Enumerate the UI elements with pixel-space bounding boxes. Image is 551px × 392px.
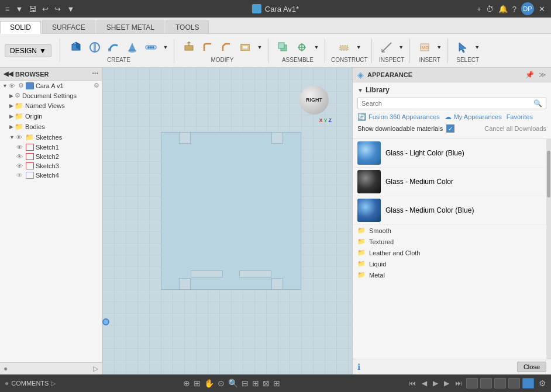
browser-item-sketch4[interactable]: 👁 Sketch4 [0, 171, 102, 180]
tab-surface[interactable]: SURFACE [42, 20, 95, 33]
close-button[interactable]: Close [517, 362, 546, 372]
app-menu-arrow[interactable]: ▼ [14, 4, 25, 15]
category-metal[interactable]: 📁 Metal [353, 269, 551, 280]
move-icon[interactable]: ⊕ [183, 379, 190, 388]
create-revolve-btn[interactable] [86, 39, 104, 56]
item-settings-icon[interactable]: ⚙ [94, 82, 99, 89]
redo-icon[interactable]: ↪ [53, 4, 63, 15]
history-arrow[interactable]: ▼ [65, 4, 76, 15]
download-checkbox[interactable]: ✓ [446, 124, 454, 133]
eye-icon[interactable]: 👁 [9, 82, 17, 89]
create-loft-btn[interactable] [123, 39, 141, 56]
construct-arrow-btn[interactable]: ▼ [354, 39, 363, 56]
timer-icon[interactable]: ⏱ [486, 5, 494, 13]
grid-display-icon[interactable]: ⊞ [252, 379, 259, 388]
modify-arrow-btn[interactable]: ▼ [255, 39, 264, 56]
zoom-icon[interactable]: 🔍 [228, 379, 238, 388]
my-appearances-tab[interactable]: ☁ My Appearances [445, 113, 502, 121]
panel-expand-icon[interactable]: ≫ [539, 71, 546, 79]
nav-next-btn[interactable]: ▶ [442, 378, 451, 388]
browser-item-sketches[interactable]: ▼ 👁 📁 Sketches [0, 132, 102, 143]
insert-arrow-btn[interactable]: ▼ [435, 39, 444, 56]
browser-item-sketch1[interactable]: 👁 Sketch1 [0, 143, 102, 152]
browser-item-origin[interactable]: ▶ 📁 Origin [0, 111, 102, 122]
browser-item-docsettings[interactable]: ▶ ⚙ Document Settings [0, 91, 102, 100]
eye-icon6[interactable]: 👁 [16, 172, 25, 179]
browser-expand-icon[interactable]: ▷ [93, 365, 98, 373]
search-input[interactable] [361, 100, 531, 107]
create-arrow-btn[interactable]: ▼ [161, 39, 170, 56]
close-button[interactable]: ✕ [539, 5, 545, 13]
view-icon[interactable]: ⊠ [263, 379, 270, 388]
tab-tools[interactable]: TOOLS [166, 20, 209, 33]
undo-icon[interactable]: ↩ [40, 4, 50, 15]
select-btn[interactable] [454, 39, 471, 56]
tab-solid[interactable]: SOLID [0, 21, 41, 34]
nav-prev-btn[interactable]: ◀ [420, 378, 429, 388]
inspect-arrow-btn[interactable]: ▼ [397, 39, 406, 56]
library-section-header[interactable]: ▼ Library [357, 86, 546, 94]
mini-btn-1[interactable] [466, 378, 478, 388]
mini-btn-4[interactable] [508, 378, 520, 388]
favorites-tab[interactable]: Favorites [507, 113, 533, 120]
gear-icon[interactable]: ⚙ [18, 82, 24, 89]
create-more-btn[interactable] [142, 39, 160, 56]
display-icon[interactable]: ⊟ [242, 379, 249, 388]
construct-offset-btn[interactable] [335, 39, 353, 56]
scrollbar-thumb[interactable] [547, 151, 550, 197]
assemble-joint-btn[interactable] [293, 39, 311, 56]
user-avatar[interactable]: DP [521, 2, 534, 15]
browser-item-namedviews[interactable]: ▶ 📁 Named Views [0, 100, 102, 111]
modify-chamfer-btn[interactable] [218, 39, 235, 56]
settings-icon[interactable]: ⚙ [539, 379, 546, 388]
category-leather-cloth[interactable]: 📁 Leather and Cloth [353, 247, 551, 258]
eye-icon2[interactable]: 👁 [16, 134, 24, 141]
browser-item-sketch2[interactable]: 👁 Sketch2 [0, 152, 102, 161]
save-icon[interactable]: 🖫 [27, 4, 38, 15]
nav-first-btn[interactable]: ⏮ [407, 378, 418, 388]
browser-item-bodies[interactable]: ▶ 📁 Bodies [0, 122, 102, 132]
comments-expand[interactable]: ▷ [51, 380, 56, 387]
browser-collapse-icon[interactable]: ◀◀ [4, 70, 13, 78]
select-arrow-btn[interactable]: ▼ [473, 39, 482, 56]
cancel-downloads-link[interactable]: Cancel all Downloads [484, 125, 546, 132]
category-smooth[interactable]: 📁 Smooth [353, 225, 551, 236]
fusion-appearances-tab[interactable]: 🔄 Fusion 360 Appearances [357, 113, 440, 121]
assemble-arrow-btn[interactable]: ▼ [312, 39, 321, 56]
viewport[interactable]: RIGHT X Y Z [102, 68, 352, 374]
mini-btn-3[interactable] [494, 378, 506, 388]
panel-pin-icon[interactable]: 📌 [525, 71, 534, 79]
more-icon[interactable]: ⊞ [273, 379, 280, 388]
notification-icon[interactable]: 🔔 [498, 5, 508, 13]
browser-options-icon[interactable]: ⋯ [92, 70, 98, 78]
category-liquid[interactable]: 📁 Liquid [353, 258, 551, 269]
eye-icon4[interactable]: 👁 [16, 153, 25, 160]
nav-play-btn[interactable]: ▶ [431, 378, 440, 388]
browser-item-sketch3[interactable]: 👁 Sketch3 [0, 161, 102, 171]
orbit-icon[interactable]: ⊙ [218, 379, 225, 388]
browser-item-root[interactable]: ▼ 👁 ⚙ Cara A v1 ⚙ [0, 81, 102, 91]
insert-canvas-btn[interactable]: IMG [416, 39, 433, 56]
new-tab-icon[interactable]: + [477, 5, 481, 13]
modify-fillet-btn[interactable] [199, 39, 216, 56]
material-glass-medium[interactable]: Glass - Medium Color [353, 168, 551, 196]
inspect-measure-btn[interactable] [378, 39, 395, 56]
category-textured[interactable]: 📁 Textured [353, 236, 551, 247]
mini-btn-2[interactable] [480, 378, 492, 388]
modify-press-pull-btn[interactable] [180, 39, 198, 56]
assemble-new-btn[interactable] [274, 39, 292, 56]
help-icon[interactable]: ? [512, 5, 516, 13]
modify-shell-btn[interactable] [236, 39, 254, 56]
tab-sheet-metal[interactable]: SHEET METAL [97, 20, 164, 33]
material-glass-light-blue[interactable]: Glass - Light Color (Blue) [353, 139, 551, 168]
nav-last-btn[interactable]: ⏭ [453, 378, 464, 388]
material-glass-medium-blue[interactable]: Glass - Medium Color (Blue) [353, 196, 551, 225]
create-sweep-btn[interactable] [105, 39, 122, 56]
create-extrude-btn[interactable] [67, 39, 85, 56]
hand-icon[interactable]: ✋ [204, 379, 214, 388]
design-button[interactable]: DESIGN ▼ [5, 44, 51, 57]
menu-icon[interactable]: ≡ [4, 4, 12, 15]
grid-icon[interactable]: ⊞ [194, 379, 201, 388]
orientation-cube[interactable]: RIGHT X Y Z [299, 85, 335, 120]
eye-icon3[interactable]: 👁 [16, 144, 25, 151]
